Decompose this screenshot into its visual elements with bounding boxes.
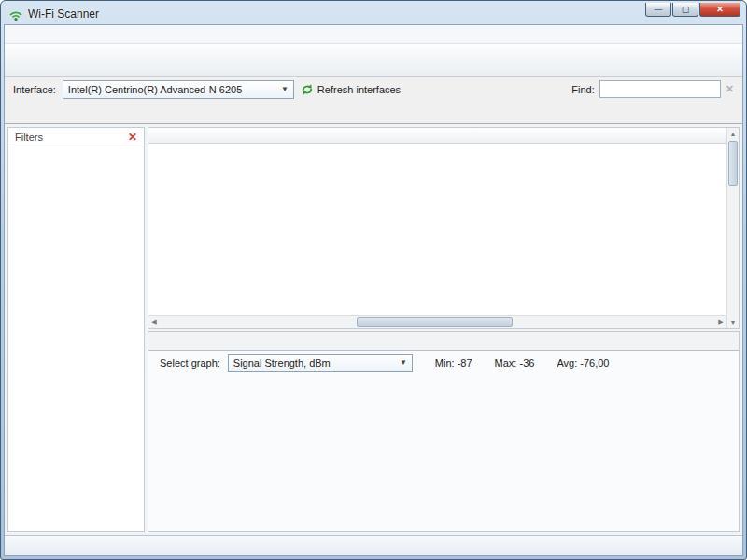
refresh-icon	[301, 83, 314, 96]
clear-find-icon[interactable]: ✕	[726, 83, 734, 95]
table-header	[148, 128, 726, 144]
maximize-button[interactable]: ▢	[672, 3, 698, 17]
filters-tree	[8, 147, 144, 531]
interface-select[interactable]: Intel(R) Centrino(R) Advanced-N 6205 ▼	[63, 80, 294, 99]
scroll-right-icon[interactable]: ▶	[715, 316, 726, 328]
refresh-interfaces-button[interactable]: Refresh interfaces	[301, 83, 401, 96]
max-value: -36	[519, 357, 534, 369]
select-graph-label: Select graph:	[160, 357, 220, 369]
graph-type-select[interactable]: Signal Strength, dBm ▼	[228, 354, 413, 372]
graphs-panel: Select graph: Signal Strength, dBm ▼ Min…	[148, 331, 740, 532]
max-label: Max:	[495, 357, 517, 369]
scroll-up-icon[interactable]: ▲	[727, 128, 739, 139]
toolbar	[5, 44, 742, 77]
min-value: -87	[458, 357, 472, 369]
graph-type-value: Signal Strength, dBm	[233, 357, 331, 369]
window-title: Wi-Fi Scanner	[28, 7, 99, 21]
avg-value: -76,00	[580, 357, 609, 369]
close-button[interactable]: ✕	[699, 3, 740, 17]
app-icon	[8, 7, 23, 21]
vertical-scroll-thumb[interactable]	[728, 141, 738, 186]
interface-bar: Interface: Intel(R) Centrino(R) Advanced…	[5, 77, 742, 102]
graphs-tab-strip	[148, 332, 739, 351]
filters-title: Filters	[15, 132, 43, 143]
refresh-interfaces-label: Refresh interfaces	[317, 84, 401, 95]
main-tab-strip	[5, 102, 742, 123]
horizontal-scrollbar[interactable]: ◀ ▶	[148, 315, 726, 328]
chevron-down-icon: ▼	[394, 358, 407, 367]
status-bar	[5, 535, 742, 555]
graph-controls: Select graph: Signal Strength, dBm ▼ Min…	[148, 351, 739, 374]
close-filters-icon[interactable]: ✕	[128, 131, 137, 144]
chart-legend	[641, 374, 737, 529]
menu-bar	[5, 25, 742, 44]
scroll-down-icon[interactable]: ▼	[727, 316, 739, 328]
filters-panel: Filters ✕	[7, 127, 145, 532]
min-label: Min:	[435, 357, 455, 369]
title-bar: Wi-Fi Scanner — ▢ ✕	[1, 1, 746, 24]
avg-label: Avg:	[557, 357, 577, 369]
vertical-scrollbar[interactable]: ▲ ▼	[726, 128, 739, 328]
network-table: ◀ ▶ ▲ ▼	[148, 127, 740, 329]
scroll-left-icon[interactable]: ◀	[148, 316, 160, 328]
minimize-button[interactable]: —	[645, 3, 671, 17]
signal-strength-chart	[150, 374, 641, 529]
find-input[interactable]	[599, 80, 721, 98]
interface-value: Intel(R) Centrino(R) Advanced-N 6205	[68, 84, 242, 95]
horizontal-scroll-thumb[interactable]	[357, 317, 513, 327]
chevron-down-icon: ▼	[275, 85, 289, 93]
interface-label: Interface:	[13, 84, 56, 95]
table-body	[148, 144, 726, 315]
find-label: Find:	[571, 84, 594, 95]
app-window: Wi-Fi Scanner — ▢ ✕ Interface: Intel(R) …	[0, 0, 747, 560]
